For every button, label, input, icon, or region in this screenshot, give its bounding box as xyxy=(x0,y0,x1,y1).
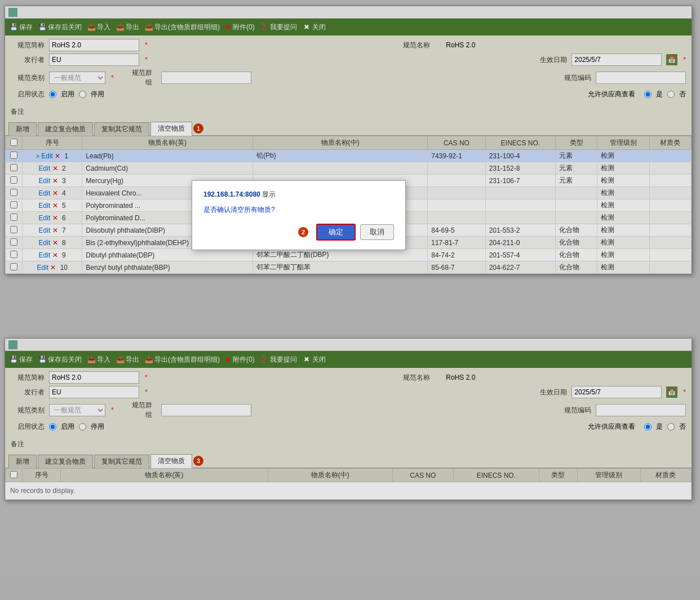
confirm-dialog: 192.168.1.74:8080 显示 是否确认清空所有物质? 2 确定 取消 xyxy=(192,180,406,250)
step2-badge: 2 xyxy=(298,227,308,237)
dialog-confirm-button[interactable]: 确定 xyxy=(316,224,356,241)
dialog-message: 是否确认清空所有物质? xyxy=(203,205,394,215)
dialog-title-suffix: 显示 xyxy=(262,190,276,198)
dialog-title: 192.168.1.74:8080 显示 xyxy=(203,190,394,199)
dialog-server: 192.168.1.74:8080 xyxy=(203,190,260,198)
dialog-cancel-button[interactable]: 取消 xyxy=(360,224,394,240)
dialog-buttons: 2 确定 取消 xyxy=(203,224,394,241)
dialog-overlay xyxy=(0,0,700,600)
dialog-message-link[interactable]: 是否确认清空所有物质? xyxy=(203,206,275,214)
